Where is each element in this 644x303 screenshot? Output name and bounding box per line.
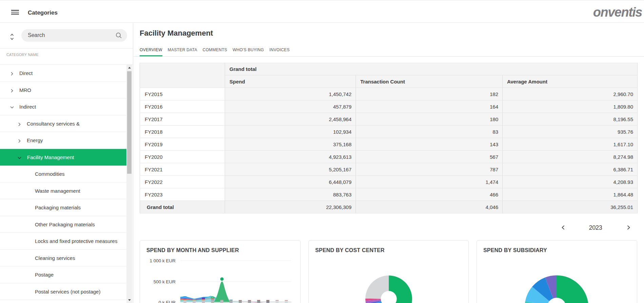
svg-text:0 k EUR: 0 k EUR (159, 300, 176, 303)
svg-text:1 000 k EUR: 1 000 k EUR (149, 258, 176, 263)
svg-text:500 k EUR: 500 k EUR (154, 279, 176, 284)
